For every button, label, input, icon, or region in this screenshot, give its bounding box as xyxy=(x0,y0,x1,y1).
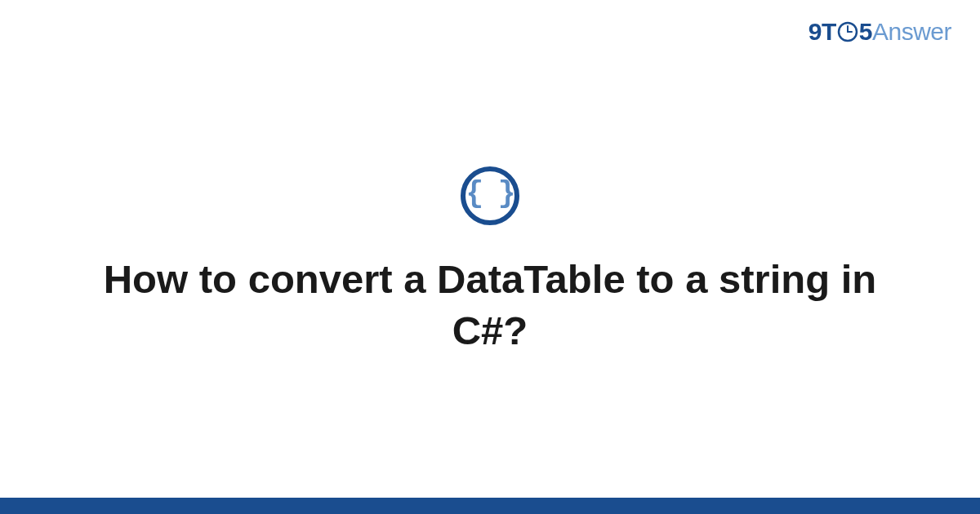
icon-container: { } xyxy=(461,166,519,225)
question-title: How to convert a DataTable to a string i… xyxy=(82,254,898,356)
main-content: { } How to convert a DataTable to a stri… xyxy=(0,0,980,514)
code-braces-glyph: { } xyxy=(466,179,514,209)
footer-bar xyxy=(0,498,980,514)
code-braces-icon: { } xyxy=(461,166,519,225)
